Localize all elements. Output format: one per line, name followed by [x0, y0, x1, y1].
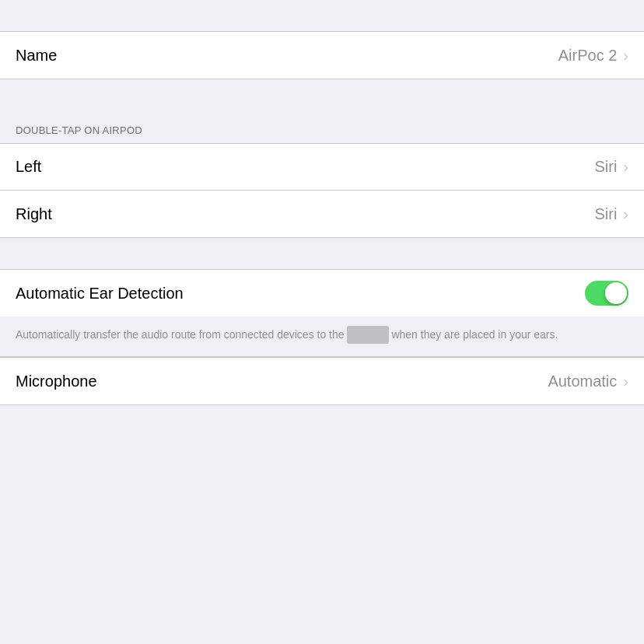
name-row[interactable]: Name AirPoc 2 › [0, 32, 644, 79]
ear-detection-toggle-container [585, 281, 628, 306]
double-tap-section: Left Siri › Right Siri › [0, 143, 644, 238]
description-text-before: Automatically transfer the audio route f… [16, 328, 345, 341]
ear-detection-toggle[interactable] [585, 281, 628, 306]
right-label: Right [16, 205, 52, 223]
double-tap-header-text: DOUBLE-TAP ON AIRPOD [16, 124, 142, 136]
right-value: Siri [594, 205, 617, 223]
blurred-airpods-word: AirPods [347, 326, 388, 344]
name-label: Name [16, 47, 57, 65]
description-text: Automatically transfer the audio route f… [16, 326, 628, 344]
right-value-container: Siri › [594, 205, 628, 223]
microphone-section: Microphone Automatic › [0, 357, 644, 405]
left-value: Siri [594, 158, 617, 176]
microphone-row[interactable]: Microphone Automatic › [0, 358, 644, 404]
spacer-1 [0, 79, 644, 110]
right-chevron-icon: › [623, 205, 628, 223]
microphone-chevron-icon: › [623, 373, 628, 390]
left-value-container: Siri › [594, 158, 628, 176]
bottom-spacer [0, 405, 644, 644]
ear-detection-description: Automatically transfer the audio route f… [0, 317, 644, 357]
left-row[interactable]: Left Siri › [0, 144, 644, 191]
spacer-2 [0, 238, 644, 269]
ear-detection-section: Automatic Ear Detection [0, 269, 644, 317]
name-value-container: AirPoc 2 › [558, 47, 628, 65]
top-spacer [0, 0, 644, 31]
name-section: Name AirPoc 2 › [0, 31, 644, 79]
toggle-knob [605, 282, 627, 304]
left-label: Left [16, 158, 41, 176]
microphone-value: Automatic [548, 373, 617, 390]
left-chevron-icon: › [623, 158, 628, 176]
name-value: AirPoc 2 [558, 47, 618, 65]
right-row[interactable]: Right Siri › [0, 191, 644, 237]
ear-detection-label: Automatic Ear Detection [16, 285, 184, 303]
description-text-after: when they are placed in your ears. [391, 328, 558, 341]
double-tap-header: DOUBLE-TAP ON AIRPOD [0, 110, 644, 143]
ear-detection-row[interactable]: Automatic Ear Detection [0, 270, 644, 317]
name-chevron-icon: › [623, 47, 628, 65]
settings-container: Name AirPoc 2 › DOUBLE-TAP ON AIRPOD Lef… [0, 0, 644, 644]
microphone-label: Microphone [16, 373, 97, 390]
microphone-value-container: Automatic › [548, 373, 628, 390]
